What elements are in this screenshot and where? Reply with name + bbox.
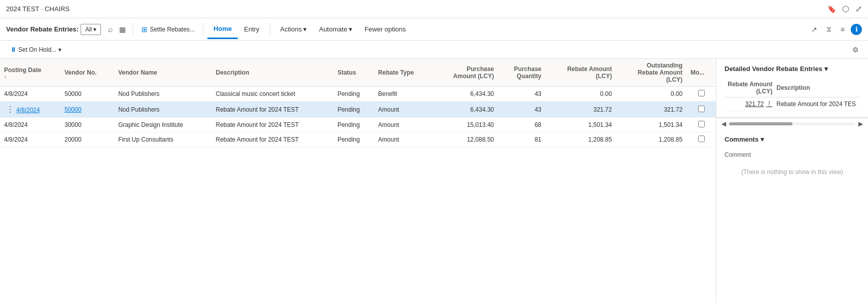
tab-entry[interactable]: Entry — [238, 20, 265, 38]
share-icon[interactable]: ⬡ — [842, 4, 849, 14]
panel-col-rebate-amount: Rebate Amount(LCY) — [725, 79, 775, 97]
col-posting-date[interactable]: Posting Date ↓ — [0, 59, 60, 87]
scroll-thumb — [729, 122, 792, 125]
automate-chevron-icon: ▾ — [349, 25, 352, 33]
col-status[interactable]: Status — [334, 59, 374, 87]
calendar-icon-button[interactable]: ▦ — [116, 23, 129, 36]
search-icon: ⌕ — [108, 25, 113, 33]
col-description[interactable]: Description — [212, 59, 334, 87]
col-purchase-amount[interactable]: PurchaseAmount (LCY) — [432, 59, 498, 87]
cell-status: Pending — [334, 132, 374, 147]
info-button[interactable]: ℹ — [851, 24, 862, 35]
cell-rebate-type: Amount — [374, 118, 432, 132]
cell-checkbox[interactable] — [686, 118, 716, 132]
info-icon: ℹ — [855, 25, 858, 33]
col-rebate-amount[interactable]: Rebate Amount(LCY) — [546, 59, 616, 87]
separator-1 — [133, 23, 133, 36]
cell-status: Pending — [334, 118, 374, 132]
separator-2 — [203, 23, 203, 36]
row-checkbox[interactable] — [698, 90, 705, 96]
panel-cell-rebate-amount[interactable]: 321.72⋮ — [725, 97, 775, 111]
nothing-to-show: (There is nothing to show in this view) — [725, 160, 860, 184]
share-button[interactable]: ↗ — [808, 23, 820, 36]
col-purchase-qty[interactable]: PurchaseQuantity — [498, 59, 545, 87]
panel-table-body: 321.72⋮Rebate Amount for 2024 TES — [725, 97, 860, 111]
cell-purchase-amount: 12,088.50 — [432, 132, 498, 147]
page-title: 2024 TEST · CHAIRS — [6, 5, 69, 13]
row-checkbox[interactable] — [698, 121, 705, 127]
cell-purchase-amount: 6,434.30 — [432, 87, 498, 102]
filter-button[interactable]: ⧖ — [823, 23, 835, 36]
set-on-hold-button[interactable]: ⏸ Set On Hold... ▾ — [6, 44, 65, 55]
cell-purchase-qty: 43 — [498, 102, 545, 118]
cell-rebate-type: Amount — [374, 102, 432, 118]
cell-checkbox[interactable] — [686, 102, 716, 118]
cell-rebate-type: Benefit — [374, 87, 432, 102]
cell-purchase-qty: 43 — [498, 87, 545, 102]
pause-icon: ⏸ — [10, 46, 16, 53]
panel-row-menu-button[interactable]: ⋮ — [766, 100, 773, 108]
cell-posting-date: 4/8/2024 — [0, 87, 60, 102]
cell-vendor-name: Graphic Design Institute — [114, 118, 211, 132]
row-checkbox[interactable] — [698, 136, 705, 142]
panel-cell-description: Rebate Amount for 2024 TES — [775, 97, 860, 111]
table-row[interactable]: ⋮4/8/202450000Nod PublishersRebate Amoun… — [0, 102, 716, 118]
detailed-entries-title: Detailed Vendor Rebate Entries ▾ — [725, 65, 860, 73]
comments-section: Comments ▾ Comment (There is nothing to … — [716, 129, 868, 303]
scroll-left-button[interactable]: ◀ — [720, 120, 727, 127]
fewer-options-button[interactable]: Fewer options — [358, 20, 412, 38]
cell-outstanding-rebate: 1,501.34 — [616, 118, 686, 132]
col-outstanding-rebate[interactable]: OutstandingRebate Amount(LCY) — [616, 59, 686, 87]
table-row[interactable]: 4/8/202430000Graphic Design InstituteReb… — [0, 118, 716, 132]
cell-outstanding-rebate: 321.72 — [616, 102, 686, 118]
search-button[interactable]: ⌕ — [105, 23, 116, 36]
panel-scrollbar: ◀ ▶ — [716, 118, 868, 129]
tab-actions[interactable]: Actions ▾ — [274, 20, 313, 38]
panel-title-chevron-icon[interactable]: ▾ — [824, 65, 828, 73]
columns-button[interactable]: ≡ — [838, 23, 848, 36]
cell-vendor-no[interactable]: 50000 — [60, 102, 114, 118]
tab-automate[interactable]: Automate ▾ — [313, 20, 358, 38]
cell-purchase-amount: 15,013.40 — [432, 118, 498, 132]
col-vendor-no[interactable]: Vendor No. — [60, 59, 114, 87]
col-rebate-type[interactable]: Rebate Type — [374, 59, 432, 87]
cell-vendor-no: 20000 — [60, 132, 114, 147]
cell-checkbox[interactable] — [686, 132, 716, 147]
detailed-entries-table: Rebate Amount(LCY) Description 321.72⋮Re… — [725, 79, 860, 111]
action-bar-settings-icon[interactable]: ⚙ — [849, 44, 862, 56]
table-area: Posting Date ↓ Vendor No. Vendor Name De… — [0, 59, 716, 303]
table-row[interactable]: 4/8/202450000Nod PublishersClassical mus… — [0, 87, 716, 102]
cell-rebate-amount: 1,501.34 — [546, 118, 616, 132]
tab-automate-label: Automate — [319, 25, 347, 33]
cell-posting-date[interactable]: ⋮4/8/2024 — [0, 102, 60, 118]
cell-description: Rebate Amount for 2024 TEST — [212, 102, 334, 118]
tab-actions-label: Actions — [280, 25, 302, 33]
scroll-right-button[interactable]: ▶ — [857, 120, 864, 127]
cell-purchase-qty: 68 — [498, 118, 545, 132]
settle-rebates-icon: ⊞ — [141, 25, 148, 33]
table-body: 4/8/202450000Nod PublishersClassical mus… — [0, 87, 716, 147]
bookmark-icon[interactable]: 🔖 — [827, 5, 836, 13]
tab-home[interactable]: Home — [207, 20, 238, 39]
cell-posting-date: 4/8/2024 — [0, 132, 60, 147]
row-checkbox[interactable] — [698, 106, 705, 112]
cell-rebate-amount: 1,208.85 — [546, 132, 616, 147]
col-vendor-name[interactable]: Vendor Name — [114, 59, 211, 87]
fullscreen-icon[interactable]: ⤢ — [855, 4, 862, 14]
row-context-menu-button[interactable]: ⋮ — [4, 105, 16, 114]
settle-rebates-button[interactable]: ⊞ Settle Rebates... — [137, 23, 199, 36]
comments-title: Comments ▾ — [725, 136, 860, 143]
filter-all-button[interactable]: All ▾ — [81, 24, 101, 35]
cell-status: Pending — [334, 102, 374, 118]
cell-description: Rebate Amount for 2024 TEST — [212, 118, 334, 132]
main-content: Posting Date ↓ Vendor No. Vendor Name De… — [0, 59, 868, 303]
cell-description: Rebate Amount for 2024 TEST — [212, 132, 334, 147]
cell-vendor-name: Nod Publishers — [114, 87, 211, 102]
comments-chevron-icon[interactable]: ▾ — [761, 136, 764, 143]
cell-checkbox[interactable] — [686, 87, 716, 102]
title-bar-icons: 🔖 ⬡ ⤢ — [827, 4, 862, 14]
cell-rebate-amount: 0.00 — [546, 87, 616, 102]
share-icon: ↗ — [811, 25, 817, 33]
cell-vendor-name: First Up Consultants — [114, 132, 211, 147]
table-row[interactable]: 4/8/202420000First Up ConsultantsRebate … — [0, 132, 716, 147]
